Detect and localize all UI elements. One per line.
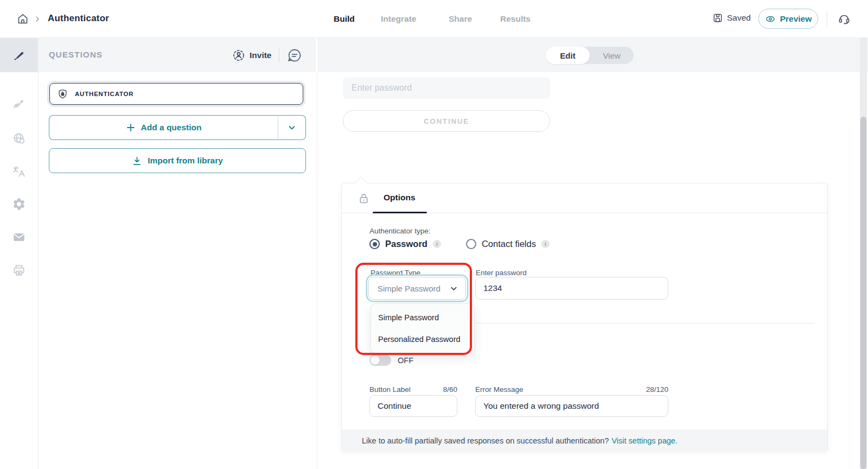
page-title: Authenticator bbox=[48, 13, 109, 24]
error-message-label: Error Message bbox=[475, 385, 524, 394]
tab-share[interactable]: Share bbox=[449, 14, 472, 24]
toggle-edit[interactable]: Edit bbox=[546, 47, 590, 64]
tab-build[interactable]: Build bbox=[334, 14, 355, 24]
panel-divider bbox=[317, 72, 317, 469]
rail-item-build-editor[interactable] bbox=[0, 38, 38, 72]
invite-user-icon bbox=[232, 49, 245, 62]
add-question-button[interactable]: Add a question bbox=[49, 115, 278, 140]
scrollbar-thumb[interactable] bbox=[860, 117, 866, 469]
password-type-value: Simple Password bbox=[378, 284, 441, 293]
password-type-select[interactable]: Simple Password bbox=[368, 277, 466, 300]
shield-lock-icon bbox=[57, 88, 68, 100]
password-type-label: Password Type bbox=[371, 269, 420, 277]
options-footer: Like to auto-fill partially saved respon… bbox=[342, 429, 827, 452]
translate-icon bbox=[12, 164, 26, 179]
visit-settings-link[interactable]: Visit settings page. bbox=[611, 436, 677, 445]
edit-view-toggle: Edit View bbox=[546, 47, 634, 64]
dropdown-option-personalized[interactable]: Personalized Password bbox=[371, 328, 474, 350]
tab-results[interactable]: Results bbox=[500, 14, 531, 24]
select-chevron-icon bbox=[450, 284, 458, 293]
error-message-input[interactable] bbox=[475, 395, 668, 417]
tab-integrate[interactable]: Integrate bbox=[381, 14, 416, 24]
tab-active-underline bbox=[373, 212, 427, 213]
toggle-view[interactable]: View bbox=[590, 47, 634, 64]
subheader-strip bbox=[0, 38, 868, 72]
radio-password-label[interactable]: Password bbox=[385, 239, 427, 249]
printer-icon bbox=[12, 263, 26, 277]
toggle-row: OFF bbox=[369, 354, 413, 366]
toggle-knob bbox=[371, 356, 380, 365]
auth-type-label: Authenticator type: bbox=[369, 227, 431, 235]
rail-item-print[interactable] bbox=[0, 253, 38, 287]
questions-header: QUESTIONS bbox=[49, 50, 103, 59]
plus-icon bbox=[126, 123, 136, 132]
canvas-continue-button[interactable]: CONTINUE bbox=[343, 110, 550, 132]
off-toggle-label: OFF bbox=[398, 356, 413, 365]
options-panel: Options Authenticator type: Password i C… bbox=[341, 183, 828, 452]
rail-item-design[interactable] bbox=[0, 88, 38, 122]
radio-contact-fields[interactable] bbox=[466, 239, 476, 249]
saved-status: Saved bbox=[712, 12, 751, 23]
preview-button[interactable]: Preview bbox=[758, 9, 818, 29]
radio-contact-fields-label[interactable]: Contact fields bbox=[482, 239, 536, 249]
enter-password-label: Enter password bbox=[476, 269, 527, 277]
rail-item-settings[interactable] bbox=[0, 187, 38, 221]
button-label-row: Button Label 8/60 bbox=[369, 385, 457, 394]
eye-icon bbox=[765, 14, 776, 24]
app-root: Authenticator Build Integrate Share Resu… bbox=[0, 0, 868, 469]
globe-icon bbox=[12, 131, 26, 145]
options-tab-row: Options bbox=[342, 183, 827, 213]
rail-divider bbox=[38, 72, 39, 469]
envelope-icon bbox=[12, 230, 26, 244]
dropdown-option-simple[interactable]: Simple Password bbox=[371, 307, 474, 328]
topbar: Authenticator Build Integrate Share Resu… bbox=[0, 0, 868, 38]
rail-item-domain[interactable] bbox=[0, 121, 38, 155]
password-info-icon[interactable]: i bbox=[433, 240, 441, 248]
rail-item-translate[interactable] bbox=[0, 154, 38, 188]
question-item-label: AUTHENTICATOR bbox=[75, 91, 133, 97]
chevron-down-icon bbox=[288, 123, 296, 132]
support-headset-icon[interactable] bbox=[838, 12, 851, 26]
button-label-input[interactable] bbox=[369, 395, 457, 417]
import-from-library-button[interactable]: Import from library bbox=[49, 148, 306, 173]
saved-label: Saved bbox=[727, 13, 751, 23]
comments-icon[interactable] bbox=[286, 47, 304, 64]
header-divider bbox=[279, 48, 279, 62]
pencil-icon bbox=[12, 48, 26, 62]
add-question-label: Add a question bbox=[141, 123, 202, 132]
paintbrush-icon bbox=[12, 98, 26, 112]
gear-icon bbox=[12, 197, 26, 211]
tool-rail bbox=[0, 38, 38, 469]
contact-fields-info-icon[interactable]: i bbox=[541, 240, 550, 248]
add-question-split-button: Add a question bbox=[49, 115, 306, 140]
panel-gap bbox=[316, 38, 317, 72]
preview-label: Preview bbox=[780, 14, 812, 24]
lock-icon bbox=[357, 192, 371, 205]
save-icon bbox=[712, 12, 723, 23]
button-label-counter: 8/60 bbox=[443, 385, 457, 394]
password-type-dropdown-menu: Simple Password Personalized Password bbox=[371, 303, 475, 353]
canvas-password-input[interactable] bbox=[343, 77, 550, 99]
download-icon bbox=[132, 156, 142, 166]
invite-button[interactable]: Invite bbox=[232, 49, 271, 62]
question-item-authenticator[interactable]: AUTHENTICATOR bbox=[49, 83, 303, 105]
home-icon[interactable] bbox=[16, 12, 29, 26]
error-message-counter: 28/120 bbox=[646, 385, 668, 394]
add-question-dropdown-button[interactable] bbox=[278, 115, 306, 140]
topbar-divider bbox=[827, 11, 827, 27]
rail-item-email[interactable] bbox=[0, 220, 38, 254]
auth-type-radios: Password i Contact fields i bbox=[369, 239, 550, 249]
button-label-label: Button Label bbox=[369, 385, 411, 394]
import-from-library-label: Import from library bbox=[148, 156, 223, 166]
off-toggle[interactable] bbox=[369, 354, 391, 366]
tab-options[interactable]: Options bbox=[384, 193, 416, 202]
invite-label: Invite bbox=[250, 50, 271, 60]
enter-password-input[interactable] bbox=[475, 277, 668, 300]
error-message-row: Error Message 28/120 bbox=[475, 385, 668, 394]
radio-password[interactable] bbox=[369, 239, 380, 249]
footer-text: Like to auto-fill partially saved respon… bbox=[362, 436, 609, 445]
breadcrumb-chevron-icon bbox=[34, 16, 41, 22]
